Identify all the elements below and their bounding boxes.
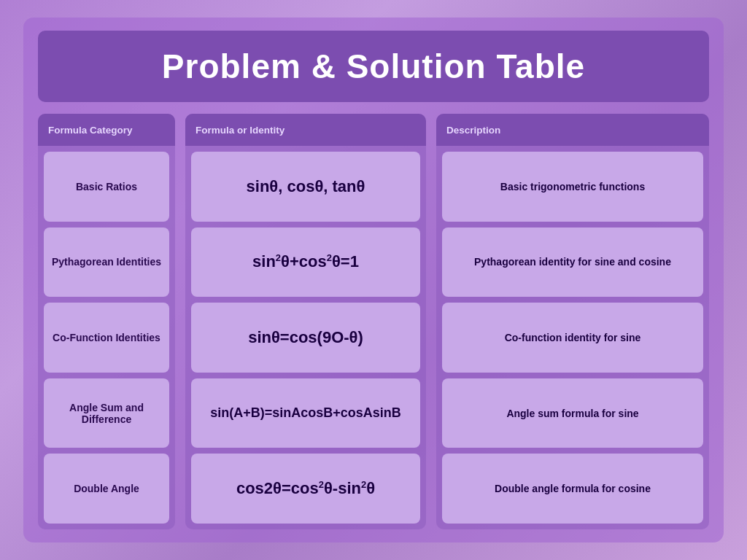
- description-column: Description Basic trigonometric function…: [436, 114, 709, 529]
- formula-header: Formula or Identity: [185, 114, 426, 146]
- main-container: Problem & Solution Table Formula Categor…: [23, 18, 724, 542]
- description-body: Basic trigonometric functions Pythagorea…: [436, 146, 709, 529]
- category-body: Basic Ratios Pythagorean Identities Co-F…: [38, 146, 175, 529]
- category-header: Formula Category: [38, 114, 175, 146]
- category-cell-2: Pythagorean Identities: [44, 228, 169, 298]
- formula-cell-1: sinθ, cosθ, tanθ: [191, 152, 420, 222]
- description-cell-1: Basic trigonometric functions: [442, 152, 703, 222]
- formula-cell-3: sinθ=cos(9O-θ): [191, 303, 420, 373]
- formula-cell-2: sin2θ+cos2θ=1: [191, 228, 420, 298]
- description-cell-3: Co-function identity for sine: [442, 303, 703, 373]
- table-area: Formula Category Basic Ratios Pythagorea…: [38, 114, 709, 529]
- description-cell-5: Double angle formula for cosine: [442, 454, 703, 524]
- header-box: Problem & Solution Table: [38, 31, 709, 102]
- description-cell-2: Pythagorean identity for sine and cosine: [442, 228, 703, 298]
- category-cell-5: Double Angle: [44, 454, 169, 524]
- category-column: Formula Category Basic Ratios Pythagorea…: [38, 114, 175, 529]
- description-header: Description: [436, 114, 709, 146]
- description-cell-4: Angle sum formula for sine: [442, 378, 703, 448]
- category-cell-3: Co-Function Identities: [44, 303, 169, 373]
- category-cell-4: Angle Sum and Difference: [44, 378, 169, 448]
- formula-body: sinθ, cosθ, tanθ sin2θ+cos2θ=1 sinθ=cos(…: [185, 146, 426, 529]
- page-title: Problem & Solution Table: [60, 47, 687, 86]
- formula-column: Formula or Identity sinθ, cosθ, tanθ sin…: [185, 114, 426, 529]
- formula-cell-4: sin(A+B)=sinAcosB+cosAsinB: [191, 378, 420, 448]
- category-cell-1: Basic Ratios: [44, 152, 169, 222]
- formula-cell-5: cos2θ=cos2θ-sin2θ: [191, 454, 420, 524]
